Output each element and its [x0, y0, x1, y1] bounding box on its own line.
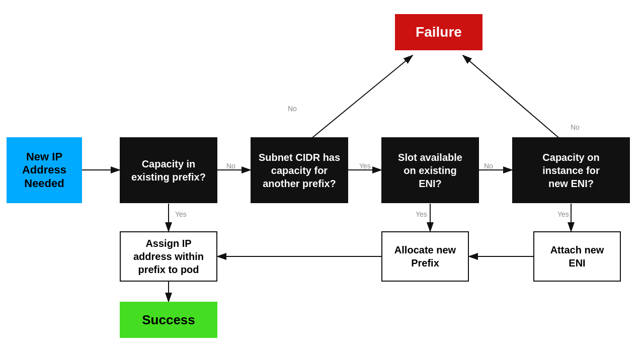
flowchart: New IP Address Needed Capacity in existi…	[0, 0, 644, 356]
yes-label-4: Yes	[557, 210, 569, 218]
subnet-cidr-label: Subnet CIDR has capacity for another pre…	[259, 151, 340, 190]
svg-line-12	[299, 55, 413, 148]
yes-label-2: Yes	[175, 210, 187, 218]
success-node: Success	[120, 302, 217, 338]
no-label-3: No	[484, 162, 493, 170]
no-label-4: No	[571, 123, 580, 131]
attach-eni-node: Attach new ENI	[533, 231, 621, 282]
success-label: Success	[142, 312, 195, 328]
slot-available-node: Slot available on existing ENI?	[381, 137, 479, 203]
capacity-existing-node: Capacity in existing prefix?	[120, 137, 217, 203]
yes-label-3: Yes	[416, 210, 427, 218]
failure-label: Failure	[416, 24, 462, 40]
no-label-1: No	[226, 162, 235, 170]
yes-label-1: Yes	[359, 162, 371, 170]
no-label-2: No	[288, 105, 297, 113]
capacity-instance-label: Capacity on instance for new ENI?	[542, 151, 599, 190]
subnet-cidr-node: Subnet CIDR has capacity for another pre…	[251, 137, 348, 203]
failure-node: Failure	[395, 14, 482, 50]
attach-eni-label: Attach new ENI	[550, 243, 604, 270]
svg-line-13	[463, 55, 571, 148]
new-ip-node: New IP Address Needed	[7, 137, 82, 203]
allocate-prefix-node: Allocate new Prefix	[381, 231, 469, 282]
slot-available-label: Slot available on existing ENI?	[398, 151, 462, 190]
capacity-instance-node: Capacity on instance for new ENI?	[512, 137, 630, 203]
allocate-prefix-label: Allocate new Prefix	[394, 243, 456, 270]
capacity-existing-label: Capacity in existing prefix?	[131, 157, 206, 184]
new-ip-label: New IP Address Needed	[22, 150, 66, 190]
assign-ip-label: Assign IP address within prefix to pod	[133, 237, 204, 276]
assign-ip-node: Assign IP address within prefix to pod	[120, 231, 217, 282]
